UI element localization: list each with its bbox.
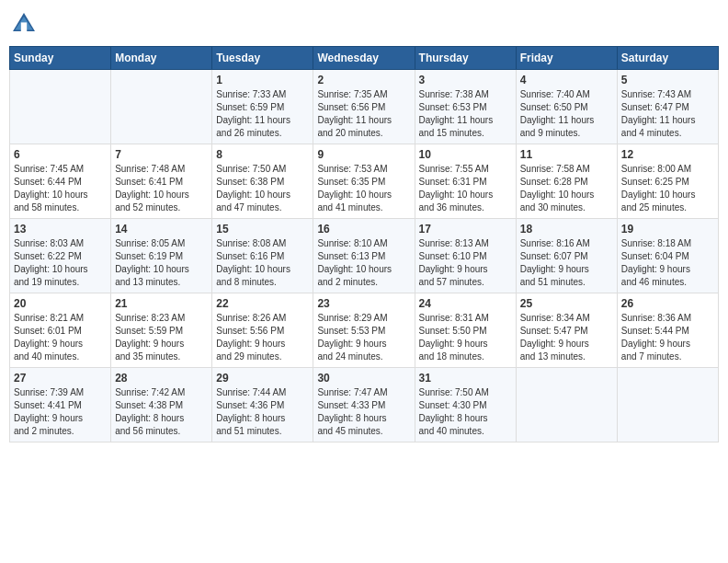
cell-content: Sunrise: 8:36 AM Sunset: 5:44 PM Dayligh… [621,312,714,363]
day-number: 10 [419,148,512,161]
calendar-cell: 9Sunrise: 7:53 AM Sunset: 6:35 PM Daylig… [313,144,415,219]
calendar-header: SundayMondayTuesdayWednesdayThursdayFrid… [10,47,719,70]
day-number: 7 [115,148,208,161]
header-day-monday: Monday [111,47,212,70]
cell-content: Sunrise: 7:38 AM Sunset: 6:53 PM Dayligh… [419,88,512,140]
day-number: 17 [419,223,512,236]
day-number: 9 [317,148,410,161]
day-number: 25 [520,297,613,310]
header-day-saturday: Saturday [617,47,718,70]
cell-content: Sunrise: 7:45 AM Sunset: 6:44 PM Dayligh… [14,163,107,214]
cell-content: Sunrise: 7:53 AM Sunset: 6:35 PM Dayligh… [317,163,410,214]
cell-content: Sunrise: 8:00 AM Sunset: 6:25 PM Dayligh… [621,163,714,214]
cell-content: Sunrise: 7:40 AM Sunset: 6:50 PM Dayligh… [520,88,613,140]
day-number: 19 [621,223,714,236]
cell-content: Sunrise: 7:50 AM Sunset: 6:38 PM Dayligh… [216,163,309,214]
calendar-cell: 4Sunrise: 7:40 AM Sunset: 6:50 PM Daylig… [516,70,617,144]
calendar-cell: 19Sunrise: 8:18 AM Sunset: 6:04 PM Dayli… [617,219,718,293]
day-number: 28 [115,372,208,385]
calendar-cell: 25Sunrise: 8:34 AM Sunset: 5:47 PM Dayli… [516,293,617,368]
day-number: 18 [520,223,613,236]
day-number: 13 [14,223,107,236]
header-row: SundayMondayTuesdayWednesdayThursdayFrid… [10,47,719,70]
calendar-cell: 10Sunrise: 7:55 AM Sunset: 6:31 PM Dayli… [415,144,516,219]
day-number: 20 [14,297,107,310]
cell-content: Sunrise: 8:10 AM Sunset: 6:13 PM Dayligh… [317,237,410,289]
day-number: 2 [317,74,410,86]
day-number: 15 [216,223,309,236]
calendar-cell: 6Sunrise: 7:45 AM Sunset: 6:44 PM Daylig… [10,144,111,219]
day-number: 24 [419,297,512,310]
header-day-friday: Friday [516,47,617,70]
day-number: 16 [317,223,410,236]
calendar-cell: 29Sunrise: 7:44 AM Sunset: 4:36 PM Dayli… [212,368,313,442]
cell-content: Sunrise: 7:55 AM Sunset: 6:31 PM Dayligh… [419,163,512,214]
calendar-cell [10,70,111,144]
cell-content: Sunrise: 8:18 AM Sunset: 6:04 PM Dayligh… [621,237,714,289]
calendar-cell: 31Sunrise: 7:50 AM Sunset: 4:30 PM Dayli… [415,368,516,442]
cell-content: Sunrise: 7:42 AM Sunset: 4:38 PM Dayligh… [115,386,208,438]
logo-icon [9,9,39,39]
calendar-cell [111,70,212,144]
calendar-cell: 15Sunrise: 8:08 AM Sunset: 6:16 PM Dayli… [212,219,313,293]
calendar-cell [617,368,718,442]
day-number: 4 [520,74,613,86]
day-number: 3 [419,74,512,86]
calendar-cell: 22Sunrise: 8:26 AM Sunset: 5:56 PM Dayli… [212,293,313,368]
day-number: 29 [216,372,309,385]
day-number: 8 [216,148,309,161]
calendar-cell: 3Sunrise: 7:38 AM Sunset: 6:53 PM Daylig… [415,70,516,144]
calendar-body: 1Sunrise: 7:33 AM Sunset: 6:59 PM Daylig… [10,70,719,442]
calendar-cell: 8Sunrise: 7:50 AM Sunset: 6:38 PM Daylig… [212,144,313,219]
calendar-cell: 23Sunrise: 8:29 AM Sunset: 5:53 PM Dayli… [313,293,415,368]
calendar-cell: 11Sunrise: 7:58 AM Sunset: 6:28 PM Dayli… [516,144,617,219]
cell-content: Sunrise: 8:23 AM Sunset: 5:59 PM Dayligh… [115,312,208,363]
calendar-cell: 2Sunrise: 7:35 AM Sunset: 6:56 PM Daylig… [313,70,415,144]
header-day-wednesday: Wednesday [313,47,415,70]
svg-rect-2 [21,22,27,31]
calendar-cell: 30Sunrise: 7:47 AM Sunset: 4:33 PM Dayli… [313,368,415,442]
cell-content: Sunrise: 7:48 AM Sunset: 6:41 PM Dayligh… [115,163,208,214]
week-row-4: 20Sunrise: 8:21 AM Sunset: 6:01 PM Dayli… [10,293,719,368]
calendar-cell: 14Sunrise: 8:05 AM Sunset: 6:19 PM Dayli… [111,219,212,293]
week-row-2: 6Sunrise: 7:45 AM Sunset: 6:44 PM Daylig… [10,144,719,219]
calendar-cell [516,368,617,442]
header-day-thursday: Thursday [415,47,516,70]
day-number: 27 [14,372,107,385]
cell-content: Sunrise: 8:31 AM Sunset: 5:50 PM Dayligh… [419,312,512,363]
cell-content: Sunrise: 7:35 AM Sunset: 6:56 PM Dayligh… [317,88,410,140]
logo [9,9,42,39]
week-row-5: 27Sunrise: 7:39 AM Sunset: 4:41 PM Dayli… [10,368,719,442]
calendar-cell: 12Sunrise: 8:00 AM Sunset: 6:25 PM Dayli… [617,144,718,219]
header-day-tuesday: Tuesday [212,47,313,70]
calendar-cell: 20Sunrise: 8:21 AM Sunset: 6:01 PM Dayli… [10,293,111,368]
day-number: 11 [520,148,613,161]
calendar-cell: 13Sunrise: 8:03 AM Sunset: 6:22 PM Dayli… [10,219,111,293]
cell-content: Sunrise: 8:26 AM Sunset: 5:56 PM Dayligh… [216,312,309,363]
day-number: 12 [621,148,714,161]
calendar-cell: 26Sunrise: 8:36 AM Sunset: 5:44 PM Dayli… [617,293,718,368]
cell-content: Sunrise: 8:08 AM Sunset: 6:16 PM Dayligh… [216,237,309,289]
day-number: 26 [621,297,714,310]
calendar-cell: 24Sunrise: 8:31 AM Sunset: 5:50 PM Dayli… [415,293,516,368]
page-header [9,9,719,39]
week-row-3: 13Sunrise: 8:03 AM Sunset: 6:22 PM Dayli… [10,219,719,293]
cell-content: Sunrise: 8:05 AM Sunset: 6:19 PM Dayligh… [115,237,208,289]
cell-content: Sunrise: 7:33 AM Sunset: 6:59 PM Dayligh… [216,88,309,140]
day-number: 23 [317,297,410,310]
header-day-sunday: Sunday [10,47,111,70]
cell-content: Sunrise: 8:13 AM Sunset: 6:10 PM Dayligh… [419,237,512,289]
day-number: 21 [115,297,208,310]
cell-content: Sunrise: 7:39 AM Sunset: 4:41 PM Dayligh… [14,386,107,438]
cell-content: Sunrise: 8:34 AM Sunset: 5:47 PM Dayligh… [520,312,613,363]
cell-content: Sunrise: 8:21 AM Sunset: 6:01 PM Dayligh… [14,312,107,363]
cell-content: Sunrise: 7:58 AM Sunset: 6:28 PM Dayligh… [520,163,613,214]
day-number: 22 [216,297,309,310]
day-number: 30 [317,372,410,385]
calendar-table: SundayMondayTuesdayWednesdayThursdayFrid… [9,46,719,442]
day-number: 6 [14,148,107,161]
day-number: 31 [419,372,512,385]
cell-content: Sunrise: 7:47 AM Sunset: 4:33 PM Dayligh… [317,386,410,438]
cell-content: Sunrise: 7:44 AM Sunset: 4:36 PM Dayligh… [216,386,309,438]
calendar-cell: 7Sunrise: 7:48 AM Sunset: 6:41 PM Daylig… [111,144,212,219]
